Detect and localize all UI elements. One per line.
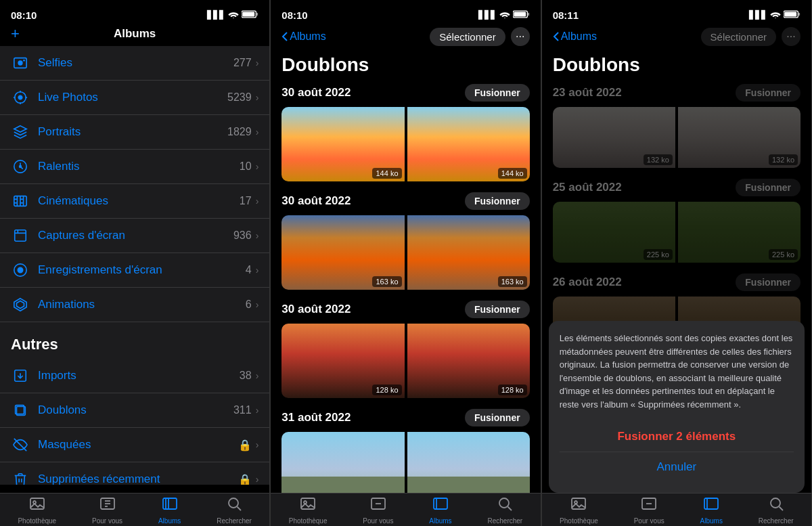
tab-phototheque-3[interactable]: Photothèque	[560, 496, 598, 525]
pour-vous-icon-2	[370, 496, 386, 516]
dup-img-4b	[407, 432, 530, 493]
svg-point-8	[18, 95, 22, 100]
tab-rechercher-label-1: Rechercher	[217, 517, 252, 525]
album-item-portraits[interactable]: Portraits 1829 ›	[0, 115, 269, 150]
dup-group-1: 30 août 2022 Fusionner 144 ko 144 ko	[271, 84, 540, 192]
masquees-icon	[11, 435, 30, 454]
svg-rect-60	[572, 498, 585, 509]
tab-phototheque-label-2: Photothèque	[289, 517, 328, 525]
live-photos-chevron: ›	[256, 92, 259, 103]
enregistrements-icon	[11, 261, 30, 280]
tab-pour-vous-2[interactable]: Pour vous	[363, 496, 393, 525]
album-item-imports[interactable]: Imports 38 ›	[0, 359, 269, 393]
select-button-3[interactable]: Sélectionner	[701, 28, 776, 46]
album-item-animations[interactable]: Animations 6 ›	[0, 288, 269, 322]
fusionner-btn-3-3[interactable]: Fusionner	[736, 273, 800, 291]
svg-point-16	[20, 166, 22, 168]
tab-rechercher-2[interactable]: Rechercher	[488, 496, 523, 525]
album-item-selfies[interactable]: Selfies 277 ›	[0, 46, 269, 81]
doublons-scroll-2: 30 août 2022 Fusionner 144 ko 144 ko 30 …	[271, 84, 540, 493]
albums-icon-2	[432, 496, 449, 516]
tab-rechercher-3[interactable]: Rechercher	[759, 496, 794, 525]
captures-count: 936	[233, 229, 252, 242]
tab-rechercher-label-2: Rechercher	[488, 517, 523, 525]
pour-vous-icon-3	[641, 496, 657, 516]
fusionner-btn-4[interactable]: Fusionner	[465, 409, 530, 426]
imports-count: 38	[240, 370, 252, 382]
svg-line-66	[779, 506, 783, 510]
tab-rechercher-1[interactable]: Rechercher	[217, 496, 252, 525]
imports-chevron: ›	[256, 370, 259, 381]
more-button-2[interactable]: ···	[511, 27, 530, 46]
status-icons-1: ▋▋▋	[207, 10, 258, 20]
svg-point-29	[18, 267, 22, 272]
tab-pour-vous-1[interactable]: Pour vous	[92, 496, 122, 525]
select-button-2[interactable]: Sélectionner	[430, 28, 505, 46]
album-item-masquees[interactable]: Masquées 🔒 ›	[0, 428, 269, 462]
status-bar-2: 08:10 ▋▋▋	[271, 0, 540, 24]
tab-phototheque-2[interactable]: Photothèque	[289, 496, 328, 525]
svg-rect-47	[528, 12, 529, 15]
album-item-doublons[interactable]: Doublons 311 ›	[0, 393, 269, 428]
dup-images-3-2: 225 ko 225 ko	[553, 202, 800, 263]
captures-chevron: ›	[256, 230, 259, 241]
phone-2: 08:10 ▋▋▋ Albums Sélectionner ··· Doublo…	[271, 0, 541, 526]
rechercher-icon-2	[497, 496, 513, 516]
add-album-button[interactable]: +	[11, 25, 20, 43]
doublons-icon	[11, 401, 30, 420]
album-item-enregistrements[interactable]: Enregistrements d'écran 4 ›	[0, 253, 269, 288]
album-item-live-photos[interactable]: Live Photos 5239 ›	[0, 81, 269, 115]
dup-size-1b: 144 ko	[498, 168, 527, 179]
tab-phototheque-1[interactable]: Photothèque	[18, 496, 56, 525]
status-time-3: 08:11	[553, 9, 579, 21]
supprimees-label: Supprimées récemment	[38, 473, 238, 485]
doublons-chevron: ›	[256, 405, 259, 416]
dup-size-2a: 163 ko	[372, 276, 401, 287]
dup-date-3: 30 août 2022	[281, 303, 351, 316]
merge-cancel-button[interactable]: Annuler	[560, 452, 794, 482]
rechercher-icon	[226, 496, 242, 516]
tab-pour-vous-3[interactable]: Pour vous	[634, 496, 664, 525]
svg-point-56	[775, 18, 777, 18]
album-item-cinematiques[interactable]: Cinématiques 17 ›	[0, 184, 269, 219]
dup-images-2: 163 ko 163 ko	[281, 215, 529, 290]
album-item-captures[interactable]: Captures d'écran 936 ›	[0, 219, 269, 253]
merge-confirm-button[interactable]: Fusionner 2 éléments	[560, 422, 794, 452]
album-item-ralentis[interactable]: Ralentis 10 ›	[0, 150, 269, 184]
fusionner-btn-3-2[interactable]: Fusionner	[736, 179, 800, 196]
phototheque-icon	[29, 496, 45, 516]
battery-icon-3	[784, 10, 800, 20]
phone-3: 08:11 ▋▋▋ Albums Sélectionner ··· Doublo…	[542, 0, 812, 526]
tab-albums-1[interactable]: Albums	[158, 496, 181, 525]
doublons-count: 311	[233, 404, 252, 416]
fusionner-btn-1[interactable]: Fusionner	[465, 84, 530, 102]
more-button-3[interactable]: ···	[782, 27, 800, 46]
back-button-2[interactable]: Albums	[281, 30, 325, 43]
dup-group-header-2: 30 août 2022 Fusionner	[281, 192, 529, 210]
back-label-2: Albums	[290, 30, 325, 43]
tab-pour-vous-label-2: Pour vous	[363, 517, 393, 525]
albums-list: Selfies 277 › Live Photos 5239 › Portrai…	[0, 46, 269, 485]
fusionner-btn-3[interactable]: Fusionner	[465, 301, 530, 318]
fusionner-btn-3-1[interactable]: Fusionner	[736, 84, 800, 102]
album-item-supprimees[interactable]: Supprimées récemment 🔒 ›	[0, 462, 269, 485]
dup-date-3-2: 25 août 2022	[553, 181, 622, 194]
masquees-label: Masquées	[38, 438, 238, 452]
cinematiques-count: 17	[240, 195, 252, 207]
svg-rect-48	[514, 12, 526, 16]
dup-img-3-1a: 132 ko	[553, 107, 675, 168]
svg-point-6	[23, 60, 25, 62]
fusionner-btn-2[interactable]: Fusionner	[465, 192, 530, 210]
cinematiques-chevron: ›	[256, 196, 259, 206]
tab-albums-3[interactable]: Albums	[700, 496, 723, 525]
dup-group-3: 30 août 2022 Fusionner 128 ko 128 ko	[271, 301, 540, 409]
dup-img-2a: 163 ko	[281, 215, 404, 290]
animations-label: Animations	[38, 298, 246, 311]
merge-modal: Les éléments sélectionnés sont des copie…	[549, 321, 805, 493]
tab-rechercher-label-3: Rechercher	[759, 517, 794, 525]
tab-albums-2[interactable]: Albums	[429, 496, 451, 525]
tab-pour-vous-label-3: Pour vous	[634, 517, 664, 525]
portraits-chevron: ›	[256, 127, 259, 137]
merge-modal-text: Les éléments sélectionnés sont des copie…	[560, 332, 794, 411]
back-button-3[interactable]: Albums	[553, 30, 597, 43]
